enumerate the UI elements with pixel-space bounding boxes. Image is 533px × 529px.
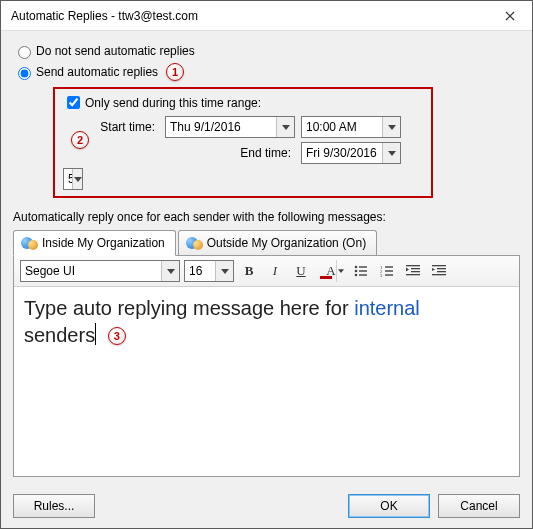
increase-indent-button[interactable]: [428, 260, 450, 282]
ok-button[interactable]: OK: [348, 494, 430, 518]
font-value: Segoe UI: [21, 264, 161, 278]
italic-button[interactable]: I: [264, 260, 286, 282]
font-color-bar: [320, 276, 332, 279]
window-title: Automatic Replies - ttw3@test.com: [11, 9, 487, 23]
org-icon: [185, 235, 203, 251]
text-cursor: [95, 323, 96, 345]
svg-rect-11: [385, 270, 393, 271]
tab-outside-label: Outside My Organization (On): [207, 236, 366, 250]
svg-point-2: [355, 266, 358, 269]
annotation-badge-1: 1: [166, 63, 184, 81]
description-text: Automatically reply once for each sender…: [13, 210, 520, 224]
underline-button[interactable]: U: [290, 260, 312, 282]
svg-text:3: 3: [380, 273, 383, 278]
svg-rect-15: [411, 268, 420, 269]
editor-panel: Segoe UI 16 B I U A: [13, 255, 520, 287]
end-time-value: 5:00 PM: [64, 172, 72, 186]
end-time-combo[interactable]: 5:00 PM: [63, 168, 83, 190]
chevron-down-icon: [336, 260, 345, 282]
radio-do-not-send-label: Do not send automatic replies: [36, 44, 195, 58]
editor-text-2: senders: [24, 324, 95, 346]
chevron-down-icon: [215, 261, 233, 281]
svg-rect-20: [437, 271, 446, 272]
close-icon: [505, 11, 515, 21]
svg-rect-5: [359, 270, 367, 271]
automatic-replies-dialog: Automatic Replies - ttw3@test.com Do not…: [0, 0, 533, 529]
radio-do-not-send-input[interactable]: [18, 46, 31, 59]
editor-link-text: internal: [354, 297, 420, 319]
dialog-footer: Rules... OK Cancel: [13, 484, 520, 518]
titlebar: Automatic Replies - ttw3@test.com: [1, 1, 532, 31]
start-time-value: 10:00 AM: [302, 120, 382, 134]
annotation-badge-3: 3: [108, 327, 126, 345]
radio-do-not-send[interactable]: Do not send automatic replies: [13, 43, 520, 59]
time-range-box: Only send during this time range: 2 Star…: [53, 87, 433, 198]
bullet-list-button[interactable]: [350, 260, 372, 282]
rules-button[interactable]: Rules...: [13, 494, 95, 518]
tab-inside-org[interactable]: Inside My Organization: [13, 230, 176, 256]
numbered-list-button[interactable]: 123: [376, 260, 398, 282]
svg-rect-3: [359, 266, 367, 267]
radio-send-label: Send automatic replies: [36, 65, 158, 79]
tab-inside-label: Inside My Organization: [42, 236, 165, 250]
start-time-combo[interactable]: 10:00 AM: [301, 116, 401, 138]
annotation-badge-2: 2: [71, 131, 89, 149]
font-combo[interactable]: Segoe UI: [20, 260, 180, 282]
bold-button[interactable]: B: [238, 260, 260, 282]
org-icon: [20, 235, 38, 251]
format-toolbar: Segoe UI 16 B I U A: [14, 256, 519, 287]
svg-rect-21: [432, 274, 446, 275]
start-date-combo[interactable]: Thu 9/1/2016: [165, 116, 295, 138]
only-send-checkbox[interactable]: [67, 96, 80, 109]
start-date-value: Thu 9/1/2016: [166, 120, 276, 134]
chevron-down-icon: [382, 143, 400, 163]
svg-point-6: [355, 274, 358, 277]
svg-point-4: [355, 270, 358, 273]
radio-send[interactable]: Send automatic replies 1: [13, 63, 520, 81]
svg-rect-17: [406, 274, 420, 275]
decrease-indent-button[interactable]: [402, 260, 424, 282]
svg-rect-18: [432, 265, 446, 266]
font-size-value: 16: [185, 264, 215, 278]
editor-text-1: Type auto replying message here for: [24, 297, 354, 319]
chevron-down-icon: [161, 261, 179, 281]
tab-outside-org[interactable]: Outside My Organization (On): [178, 230, 377, 255]
end-time-label: End time:: [165, 146, 295, 160]
chevron-down-icon: [276, 117, 294, 137]
svg-rect-9: [385, 266, 393, 267]
time-grid: 2 Start time: Thu 9/1/2016 10:00 AM End …: [63, 116, 423, 190]
tabs: Inside My Organization Outside My Organi…: [13, 230, 520, 255]
start-time-label: Start time:: [89, 120, 159, 134]
dialog-content: Do not send automatic replies Send autom…: [1, 31, 532, 528]
svg-rect-13: [385, 274, 393, 275]
only-send-check[interactable]: Only send during this time range:: [63, 93, 423, 112]
font-size-combo[interactable]: 16: [184, 260, 234, 282]
end-date-combo[interactable]: Fri 9/30/2016: [301, 142, 401, 164]
chevron-down-icon: [72, 169, 82, 189]
radio-send-input[interactable]: [18, 67, 31, 80]
svg-rect-16: [411, 271, 420, 272]
svg-rect-7: [359, 274, 367, 275]
font-color-button[interactable]: A: [316, 260, 346, 282]
chevron-down-icon: [382, 117, 400, 137]
message-editor[interactable]: Type auto replying message here for inte…: [13, 287, 520, 477]
close-button[interactable]: [487, 1, 532, 31]
only-send-label: Only send during this time range:: [85, 96, 261, 110]
svg-rect-14: [406, 265, 420, 266]
cancel-button[interactable]: Cancel: [438, 494, 520, 518]
end-date-value: Fri 9/30/2016: [302, 146, 382, 160]
svg-rect-19: [437, 268, 446, 269]
